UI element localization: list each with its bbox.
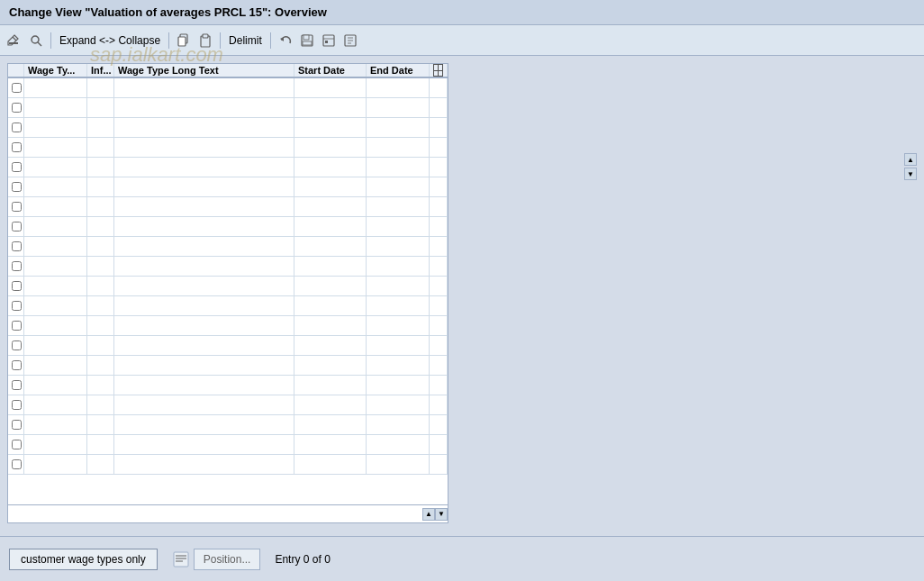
row-inf bbox=[87, 316, 114, 335]
row-settings bbox=[430, 336, 448, 355]
title-bar: Change View "Valuation of averages PRCL … bbox=[0, 0, 924, 25]
row-checkbox[interactable] bbox=[8, 415, 24, 434]
row-end-date bbox=[367, 356, 430, 375]
row-checkbox[interactable] bbox=[8, 78, 24, 97]
table-header: Wage Ty... Inf... Wage Type Long Text St… bbox=[8, 64, 448, 78]
scroll-up-bottom-btn[interactable]: ▲ bbox=[422, 508, 435, 521]
table-row[interactable] bbox=[8, 217, 448, 237]
row-checkbox[interactable] bbox=[8, 435, 24, 454]
row-long-text bbox=[114, 98, 294, 117]
edit-icon[interactable] bbox=[5, 32, 23, 50]
row-checkbox[interactable] bbox=[8, 455, 24, 474]
row-checkbox[interactable] bbox=[8, 395, 24, 414]
row-start-date bbox=[294, 296, 367, 315]
status-bar: customer wage types only Position... Ent… bbox=[0, 536, 924, 581]
paste-icon[interactable] bbox=[196, 32, 214, 50]
row-start-date bbox=[294, 78, 367, 97]
row-end-date bbox=[367, 395, 430, 414]
row-inf bbox=[87, 257, 114, 276]
row-checkbox[interactable] bbox=[8, 356, 24, 375]
row-checkbox[interactable] bbox=[8, 138, 24, 157]
row-settings bbox=[430, 415, 448, 434]
row-inf bbox=[87, 217, 114, 236]
row-checkbox[interactable] bbox=[8, 217, 24, 236]
row-start-date bbox=[294, 158, 367, 177]
table-row[interactable] bbox=[8, 177, 448, 197]
col-header-settings[interactable] bbox=[430, 64, 448, 77]
row-checkbox[interactable] bbox=[8, 257, 24, 276]
table-row[interactable] bbox=[8, 435, 448, 455]
row-checkbox[interactable] bbox=[8, 376, 24, 395]
row-long-text bbox=[114, 395, 294, 414]
row-settings bbox=[430, 316, 448, 335]
table-row[interactable] bbox=[8, 138, 448, 158]
table-row[interactable] bbox=[8, 336, 448, 356]
delimit-btn[interactable]: Delimit bbox=[226, 33, 265, 48]
row-start-date bbox=[294, 336, 367, 355]
svg-rect-12 bbox=[303, 41, 312, 45]
table-row[interactable] bbox=[8, 158, 448, 177]
table-row[interactable] bbox=[8, 197, 448, 217]
row-inf bbox=[87, 356, 114, 375]
row-checkbox[interactable] bbox=[8, 336, 24, 355]
row-long-text bbox=[114, 277, 294, 295]
row-start-date bbox=[294, 138, 367, 157]
display-icon[interactable] bbox=[320, 32, 338, 50]
row-checkbox[interactable] bbox=[8, 197, 24, 216]
refresh-icon[interactable] bbox=[341, 32, 359, 50]
table-row[interactable] bbox=[8, 415, 448, 435]
row-checkbox[interactable] bbox=[8, 98, 24, 117]
svg-rect-6 bbox=[178, 37, 186, 46]
row-wage-ty bbox=[24, 257, 87, 276]
row-start-date bbox=[294, 316, 367, 335]
table-row[interactable] bbox=[8, 296, 448, 316]
row-settings bbox=[430, 98, 448, 117]
row-checkbox[interactable] bbox=[8, 316, 24, 335]
table-row[interactable] bbox=[8, 316, 448, 336]
row-checkbox[interactable] bbox=[8, 296, 24, 315]
customer-wage-types-btn[interactable]: customer wage types only bbox=[9, 549, 158, 570]
position-btn[interactable]: Position... bbox=[194, 549, 261, 570]
table-row[interactable] bbox=[8, 376, 448, 395]
row-settings bbox=[430, 356, 448, 375]
row-wage-ty bbox=[24, 376, 87, 395]
col-header-end-date: End Date bbox=[367, 64, 430, 77]
row-checkbox[interactable] bbox=[8, 277, 24, 295]
col-header-checkbox bbox=[8, 64, 24, 77]
row-checkbox[interactable] bbox=[8, 158, 24, 177]
toolbar: Expand <-> Collapse Delimit bbox=[0, 25, 924, 56]
row-inf bbox=[87, 138, 114, 157]
svg-marker-9 bbox=[280, 37, 284, 41]
save-icon[interactable] bbox=[298, 32, 316, 50]
right-panel bbox=[456, 56, 924, 531]
table-area: Wage Ty... Inf... Wage Type Long Text St… bbox=[7, 63, 448, 523]
row-start-date bbox=[294, 118, 367, 137]
table-row[interactable] bbox=[8, 237, 448, 257]
scroll-down-bottom-btn[interactable]: ▼ bbox=[435, 508, 448, 521]
table-row[interactable] bbox=[8, 118, 448, 138]
table-row[interactable] bbox=[8, 395, 448, 415]
table-row[interactable] bbox=[8, 78, 448, 98]
table-row[interactable] bbox=[8, 98, 448, 118]
table-row[interactable] bbox=[8, 455, 448, 475]
row-settings bbox=[430, 395, 448, 414]
row-start-date bbox=[294, 435, 367, 454]
undo-icon[interactable] bbox=[276, 32, 294, 50]
table-row[interactable] bbox=[8, 356, 448, 376]
table-row[interactable] bbox=[8, 257, 448, 277]
separator-1 bbox=[50, 32, 51, 49]
search-icon[interactable] bbox=[27, 32, 45, 50]
copy-icon[interactable] bbox=[175, 32, 193, 50]
table-row[interactable] bbox=[8, 277, 448, 296]
row-checkbox[interactable] bbox=[8, 237, 24, 256]
row-end-date bbox=[367, 296, 430, 315]
row-settings bbox=[430, 78, 448, 97]
expand-collapse-btn[interactable]: Expand <-> Collapse bbox=[57, 33, 163, 48]
row-end-date bbox=[367, 277, 430, 295]
position-list-icon bbox=[172, 550, 190, 568]
row-checkbox[interactable] bbox=[8, 177, 24, 196]
row-settings bbox=[430, 177, 448, 196]
row-wage-ty bbox=[24, 138, 87, 157]
row-checkbox[interactable] bbox=[8, 118, 24, 137]
row-start-date bbox=[294, 197, 367, 216]
